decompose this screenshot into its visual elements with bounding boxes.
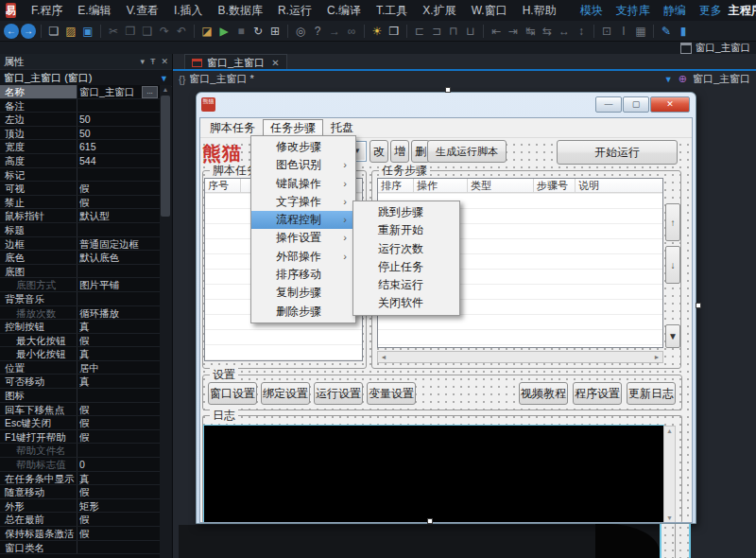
maximize-button[interactable]: ▢ xyxy=(623,96,649,113)
selection-handle[interactable] xyxy=(427,518,433,524)
submenu-item[interactable]: 结束运行 xyxy=(353,276,459,294)
scrollbar-thumb[interactable] xyxy=(161,96,170,217)
property-row[interactable]: 回车下移焦点 假 xyxy=(0,403,160,417)
close-button[interactable]: ✕ xyxy=(650,96,690,113)
settings-button[interactable]: 绑定设置 xyxy=(261,382,310,405)
space-h-icon[interactable]: ⇤ xyxy=(489,24,504,39)
new-window-icon[interactable]: ❒ xyxy=(387,24,402,39)
table-column-header[interactable]: 排序 xyxy=(378,179,414,192)
menu-item[interactable]: V.查看 xyxy=(119,3,166,19)
package-icon[interactable]: ⊞ xyxy=(267,24,283,39)
log-textbox[interactable] xyxy=(204,426,663,523)
align-top-icon[interactable]: ⊓ xyxy=(446,24,461,39)
property-row[interactable]: 名称 窗口_主窗口 ... xyxy=(0,85,160,99)
menu-item[interactable]: H.帮助 xyxy=(515,3,564,19)
same-size-icon[interactable]: ⊡ xyxy=(599,24,614,39)
property-row[interactable]: 标题 xyxy=(0,223,160,237)
context-menu-item[interactable]: 流程控制 › xyxy=(251,211,355,229)
menu-link[interactable]: 模块 xyxy=(574,3,610,19)
property-row[interactable]: 可否移动 真 xyxy=(0,375,160,389)
new-file-icon[interactable]: ❏ xyxy=(46,24,61,39)
property-row[interactable]: F1键打开帮助 假 xyxy=(0,430,160,445)
align-bottom-icon[interactable]: ⊔ xyxy=(463,24,478,39)
scroll-left-icon[interactable]: ◄ xyxy=(378,354,389,360)
property-row[interactable]: 最大化按钮 假 xyxy=(0,334,160,348)
collapse-icon[interactable]: ▾ xyxy=(140,57,145,66)
run-icon[interactable]: ▶ xyxy=(216,24,232,39)
menu-link[interactable]: 更多 xyxy=(693,3,729,19)
property-row[interactable]: 备注 xyxy=(0,99,160,113)
tab-order-icon[interactable]: Ι xyxy=(616,24,631,39)
menu-link[interactable]: 支持库 xyxy=(610,3,657,19)
context-menu-item[interactable]: 排序移动 xyxy=(251,266,355,284)
redo-icon[interactable]: ↷ xyxy=(157,24,172,39)
close-icon[interactable]: ✕ xyxy=(161,57,168,66)
move-up-button[interactable]: ↑ xyxy=(665,203,680,241)
context-menu-item[interactable]: 修改步骤 xyxy=(251,138,355,156)
tab-close-icon[interactable]: ✕ xyxy=(271,58,279,68)
forward-icon[interactable]: → xyxy=(21,24,36,39)
property-row[interactable]: 底图 xyxy=(0,265,160,279)
property-row[interactable]: 可视 假 xyxy=(0,182,160,196)
menu-item[interactable]: W.窗口 xyxy=(464,3,515,19)
context-menu-item[interactable]: 复制步骤 xyxy=(251,284,355,302)
horizontal-scrollbar[interactable]: ◄ ► xyxy=(377,351,663,363)
settings-button[interactable]: 窗口设置 xyxy=(208,382,257,405)
restart-icon[interactable]: ↻ xyxy=(250,24,266,39)
context-menu-item[interactable]: 操作设置 › xyxy=(251,229,355,247)
right-dock-tab[interactable]: 窗口_主窗口 xyxy=(680,42,750,54)
center-v-icon[interactable]: ⇆ xyxy=(540,24,555,39)
submenu-item[interactable]: 运行次数 xyxy=(353,240,459,258)
tab-window-main[interactable]: 窗口_主窗口 ✕ xyxy=(184,54,287,70)
menu-item[interactable]: T.工具 xyxy=(369,3,415,19)
submenu-item[interactable]: 停止任务 xyxy=(353,258,459,276)
align-left-icon[interactable]: ⊏ xyxy=(412,24,427,39)
table-column-header[interactable]: 说明 xyxy=(576,179,662,192)
brush-icon[interactable]: ▮ xyxy=(676,24,691,39)
property-row[interactable]: 图标 xyxy=(0,389,160,403)
stop-icon[interactable]: ■ xyxy=(233,24,249,39)
table-column-header[interactable]: 操作 xyxy=(414,179,468,192)
settings-button[interactable]: 更新日志 xyxy=(627,382,676,405)
back-icon[interactable]: ← xyxy=(4,24,19,39)
settings-button[interactable]: 程序设置 xyxy=(573,382,622,405)
form-designer-canvas[interactable]: 熊猫 — ▢ ✕ 脚本任务任务步骤托盘 熊猫 ▼ 改 增 删 生成运行脚本 xyxy=(173,87,756,558)
help-run-icon[interactable]: ? xyxy=(310,24,325,39)
add-button[interactable]: 增 xyxy=(390,140,409,163)
submenu-item[interactable]: 关闭软件 xyxy=(353,294,459,312)
goto-icon[interactable]: → xyxy=(327,24,342,39)
menu-item[interactable]: B.数据库 xyxy=(211,3,270,19)
context-menu-item[interactable]: 文字操作 › xyxy=(251,193,355,211)
property-row[interactable]: 禁止 假 xyxy=(0,196,160,210)
pen-icon[interactable]: ✎ xyxy=(659,24,674,39)
selection-handle[interactable] xyxy=(696,303,701,308)
property-row[interactable]: 帮助文件名 xyxy=(0,444,160,458)
menu-item[interactable]: E.编辑 xyxy=(70,3,118,19)
properties-scrollbar[interactable]: ▲ xyxy=(160,85,171,558)
minimize-button[interactable]: — xyxy=(595,96,622,113)
form-menu-item[interactable]: 脚本任务 xyxy=(202,119,263,137)
property-row[interactable]: 底色 默认底色 xyxy=(0,251,160,265)
property-row[interactable]: 左边 50 xyxy=(0,113,160,127)
table-column-header[interactable]: 步骤号 xyxy=(534,179,576,192)
property-row[interactable]: 控制按钮 真 xyxy=(0,320,160,334)
property-row[interactable]: 宽度 615 xyxy=(0,140,160,154)
submenu-item[interactable]: 跳到步骤 xyxy=(353,203,459,221)
scroll-down-icon[interactable]: ▼ xyxy=(666,514,673,521)
menu-item[interactable]: R.运行 xyxy=(270,3,319,19)
idea-icon[interactable]: ☀ xyxy=(369,24,385,39)
open-folder-icon[interactable]: ▨ xyxy=(63,24,78,39)
property-row[interactable]: 在任务条中显示 真 xyxy=(0,472,160,486)
grid-icon[interactable]: ▦ xyxy=(633,24,648,39)
cut-icon[interactable]: ✂ xyxy=(106,24,121,39)
form-menu-item[interactable]: 任务步骤 xyxy=(263,119,323,137)
link-icon[interactable]: ∞ xyxy=(344,24,359,39)
menu-item[interactable]: X.扩展 xyxy=(415,3,463,19)
find-icon[interactable]: ◎ xyxy=(293,24,308,39)
submenu-item[interactable]: 重新开始 xyxy=(353,221,459,239)
same-width-icon[interactable]: ↔ xyxy=(557,24,572,39)
scroll-up-icon[interactable]: ▲ xyxy=(666,427,673,434)
menu-item[interactable]: F.程序 xyxy=(24,3,70,19)
property-row[interactable]: 背景音乐 xyxy=(0,292,160,306)
property-row[interactable]: 边框 普通固定边框 xyxy=(0,237,160,252)
